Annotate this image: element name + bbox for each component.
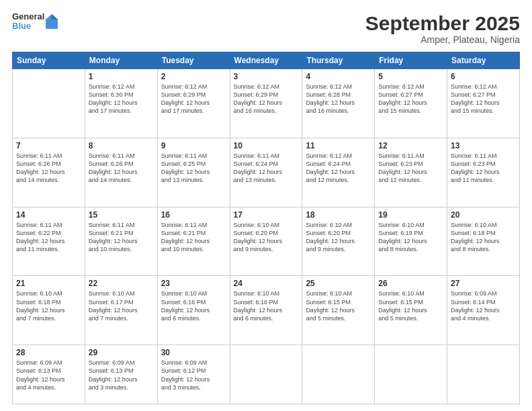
day-number: 15 bbox=[89, 210, 154, 220]
calendar-cell: 19Sunrise: 6:10 AM Sunset: 6:19 PM Dayli… bbox=[375, 207, 447, 276]
day-info: Sunrise: 6:12 AM Sunset: 6:29 PM Dayligh… bbox=[234, 83, 299, 116]
logo-icon bbox=[46, 14, 58, 29]
header-friday: Friday bbox=[375, 52, 447, 69]
calendar-cell: 9Sunrise: 6:11 AM Sunset: 6:25 PM Daylig… bbox=[157, 138, 230, 207]
day-number: 3 bbox=[234, 72, 299, 81]
calendar-cell bbox=[447, 345, 520, 404]
day-info: Sunrise: 6:10 AM Sunset: 6:19 PM Dayligh… bbox=[378, 221, 443, 254]
svg-marker-1 bbox=[52, 14, 58, 19]
day-number: 1 bbox=[89, 72, 154, 81]
day-info: Sunrise: 6:12 AM Sunset: 6:29 PM Dayligh… bbox=[161, 83, 226, 116]
calendar-cell: 16Sunrise: 6:11 AM Sunset: 6:21 PM Dayli… bbox=[157, 207, 230, 276]
day-number: 21 bbox=[16, 279, 81, 288]
day-info: Sunrise: 6:11 AM Sunset: 6:24 PM Dayligh… bbox=[234, 152, 299, 185]
day-number: 2 bbox=[161, 72, 226, 81]
header-monday: Monday bbox=[85, 52, 157, 69]
day-info: Sunrise: 6:12 AM Sunset: 6:30 PM Dayligh… bbox=[89, 83, 154, 116]
day-info: Sunrise: 6:09 AM Sunset: 6:14 PM Dayligh… bbox=[451, 289, 516, 322]
calendar-cell bbox=[13, 69, 85, 138]
header-wednesday: Wednesday bbox=[230, 52, 302, 69]
calendar-cell: 17Sunrise: 6:10 AM Sunset: 6:20 PM Dayli… bbox=[230, 207, 302, 276]
day-info: Sunrise: 6:10 AM Sunset: 6:15 PM Dayligh… bbox=[378, 289, 443, 322]
day-number: 6 bbox=[451, 72, 516, 81]
calendar-cell: 2Sunrise: 6:12 AM Sunset: 6:29 PM Daylig… bbox=[157, 69, 230, 138]
day-info: Sunrise: 6:12 AM Sunset: 6:27 PM Dayligh… bbox=[378, 83, 443, 116]
header-saturday: Saturday bbox=[447, 52, 520, 69]
calendar-cell: 21Sunrise: 6:10 AM Sunset: 6:18 PM Dayli… bbox=[13, 276, 85, 345]
day-info: Sunrise: 6:11 AM Sunset: 6:25 PM Dayligh… bbox=[161, 152, 226, 185]
day-number: 4 bbox=[306, 72, 371, 81]
calendar-cell: 12Sunrise: 6:11 AM Sunset: 6:23 PM Dayli… bbox=[375, 138, 447, 207]
calendar-cell: 15Sunrise: 6:11 AM Sunset: 6:21 PM Dayli… bbox=[85, 207, 157, 276]
calendar-cell: 8Sunrise: 6:11 AM Sunset: 6:26 PM Daylig… bbox=[85, 138, 157, 207]
day-info: Sunrise: 6:11 AM Sunset: 6:26 PM Dayligh… bbox=[89, 152, 154, 185]
day-number: 29 bbox=[89, 348, 154, 357]
calendar-cell: 7Sunrise: 6:11 AM Sunset: 6:26 PM Daylig… bbox=[13, 138, 85, 207]
calendar-cell: 25Sunrise: 6:10 AM Sunset: 6:15 PM Dayli… bbox=[302, 276, 375, 345]
calendar-cell: 13Sunrise: 6:11 AM Sunset: 6:23 PM Dayli… bbox=[447, 138, 520, 207]
calendar-cell: 11Sunrise: 6:11 AM Sunset: 6:24 PM Dayli… bbox=[302, 138, 375, 207]
calendar-cell: 27Sunrise: 6:09 AM Sunset: 6:14 PM Dayli… bbox=[447, 276, 520, 345]
calendar-cell: 6Sunrise: 6:12 AM Sunset: 6:27 PM Daylig… bbox=[447, 69, 520, 138]
calendar-cell: 30Sunrise: 6:09 AM Sunset: 6:12 PM Dayli… bbox=[157, 345, 230, 404]
day-number: 5 bbox=[378, 72, 443, 81]
day-info: Sunrise: 6:11 AM Sunset: 6:22 PM Dayligh… bbox=[16, 221, 81, 254]
day-number: 20 bbox=[451, 210, 516, 220]
calendar-cell: 1Sunrise: 6:12 AM Sunset: 6:30 PM Daylig… bbox=[85, 69, 157, 138]
calendar-cell bbox=[230, 345, 302, 404]
day-info: Sunrise: 6:12 AM Sunset: 6:28 PM Dayligh… bbox=[306, 83, 371, 116]
calendar-cell: 18Sunrise: 6:10 AM Sunset: 6:20 PM Dayli… bbox=[302, 207, 375, 276]
day-number: 16 bbox=[161, 210, 226, 220]
day-info: Sunrise: 6:11 AM Sunset: 6:23 PM Dayligh… bbox=[451, 152, 516, 185]
calendar-cell: 28Sunrise: 6:09 AM Sunset: 6:13 PM Dayli… bbox=[13, 345, 85, 404]
logo-line2: Blue bbox=[12, 21, 44, 31]
page-title: September 2025 bbox=[365, 12, 520, 34]
day-number: 8 bbox=[89, 141, 154, 150]
day-info: Sunrise: 6:11 AM Sunset: 6:24 PM Dayligh… bbox=[306, 152, 371, 185]
day-number: 22 bbox=[89, 279, 154, 288]
calendar-cell: 10Sunrise: 6:11 AM Sunset: 6:24 PM Dayli… bbox=[230, 138, 302, 207]
week-row-1: 7Sunrise: 6:11 AM Sunset: 6:26 PM Daylig… bbox=[13, 138, 520, 207]
calendar-cell: 29Sunrise: 6:09 AM Sunset: 6:13 PM Dayli… bbox=[85, 345, 157, 404]
day-info: Sunrise: 6:10 AM Sunset: 6:16 PM Dayligh… bbox=[161, 289, 226, 322]
day-info: Sunrise: 6:10 AM Sunset: 6:18 PM Dayligh… bbox=[451, 221, 516, 254]
calendar-cell: 24Sunrise: 6:10 AM Sunset: 6:16 PM Dayli… bbox=[230, 276, 302, 345]
week-row-0: 1Sunrise: 6:12 AM Sunset: 6:30 PM Daylig… bbox=[13, 69, 520, 138]
calendar-table: Sunday Monday Tuesday Wednesday Thursday… bbox=[12, 52, 520, 404]
day-info: Sunrise: 6:10 AM Sunset: 6:20 PM Dayligh… bbox=[234, 221, 299, 254]
calendar-cell: 22Sunrise: 6:10 AM Sunset: 6:17 PM Dayli… bbox=[85, 276, 157, 345]
calendar-cell: 4Sunrise: 6:12 AM Sunset: 6:28 PM Daylig… bbox=[302, 69, 375, 138]
title-block: September 2025 Amper, Plateau, Nigeria bbox=[365, 12, 520, 45]
logo: General Blue bbox=[12, 12, 60, 32]
header: General Blue September 2025 Amper, Plate… bbox=[12, 12, 520, 45]
header-sunday: Sunday bbox=[13, 52, 85, 69]
day-number: 26 bbox=[378, 279, 443, 288]
day-info: Sunrise: 6:10 AM Sunset: 6:16 PM Dayligh… bbox=[234, 289, 299, 322]
week-row-4: 28Sunrise: 6:09 AM Sunset: 6:13 PM Dayli… bbox=[13, 345, 520, 404]
day-info: Sunrise: 6:10 AM Sunset: 6:20 PM Dayligh… bbox=[306, 221, 371, 254]
day-number: 27 bbox=[451, 279, 516, 288]
day-info: Sunrise: 6:12 AM Sunset: 6:27 PM Dayligh… bbox=[451, 83, 516, 116]
day-number: 23 bbox=[161, 279, 226, 288]
week-row-2: 14Sunrise: 6:11 AM Sunset: 6:22 PM Dayli… bbox=[13, 207, 520, 276]
calendar-cell: 26Sunrise: 6:10 AM Sunset: 6:15 PM Dayli… bbox=[375, 276, 447, 345]
calendar-cell: 3Sunrise: 6:12 AM Sunset: 6:29 PM Daylig… bbox=[230, 69, 302, 138]
day-number: 9 bbox=[161, 141, 226, 150]
calendar-cell: 14Sunrise: 6:11 AM Sunset: 6:22 PM Dayli… bbox=[13, 207, 85, 276]
header-thursday: Thursday bbox=[302, 52, 375, 69]
calendar-header-row: Sunday Monday Tuesday Wednesday Thursday… bbox=[13, 52, 520, 69]
day-info: Sunrise: 6:09 AM Sunset: 6:12 PM Dayligh… bbox=[161, 359, 226, 392]
week-row-3: 21Sunrise: 6:10 AM Sunset: 6:18 PM Dayli… bbox=[13, 276, 520, 345]
calendar-cell: 20Sunrise: 6:10 AM Sunset: 6:18 PM Dayli… bbox=[447, 207, 520, 276]
day-info: Sunrise: 6:09 AM Sunset: 6:13 PM Dayligh… bbox=[89, 359, 154, 392]
calendar-cell bbox=[375, 345, 447, 404]
calendar-cell bbox=[302, 345, 375, 404]
day-number: 7 bbox=[16, 141, 81, 150]
day-number: 25 bbox=[306, 279, 371, 288]
day-number: 24 bbox=[234, 279, 299, 288]
logo-line1: General bbox=[12, 12, 44, 21]
header-tuesday: Tuesday bbox=[157, 52, 230, 69]
day-number: 13 bbox=[451, 141, 516, 150]
day-number: 12 bbox=[378, 141, 443, 150]
day-info: Sunrise: 6:10 AM Sunset: 6:18 PM Dayligh… bbox=[16, 289, 81, 322]
